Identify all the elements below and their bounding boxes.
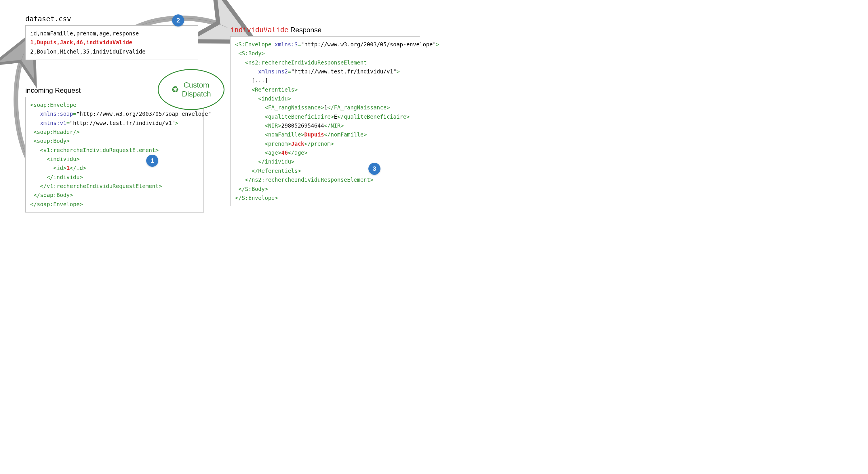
dataset-box: id,nomFamille,prenom,age,response 1,Dupu… xyxy=(25,25,198,60)
resp-rang-close: FA_rangNaissance xyxy=(334,104,386,111)
dataset-row-2: 2,Boulon,Michel,35,individuInvalide xyxy=(30,49,145,55)
req-individu-close: individu xyxy=(53,174,80,180)
dataset-row-1: 1,Dupuis,Jack,46,individuValide xyxy=(30,39,132,46)
resp-nir-close: NIR xyxy=(331,122,340,129)
response-box: <S:Envelope xmlns:S="http://www.w3.org/2… xyxy=(230,36,420,206)
req-xmlns-soap-val: "http://www.w3.org/2003/05/soap-envelope… xyxy=(76,111,211,117)
step-badge-2: 2 xyxy=(172,14,184,27)
resp-body-close: S:Body xyxy=(245,186,265,192)
step-badge-1: 1 xyxy=(146,155,158,167)
req-element-close: v1:rechercheIndividuRequestElement xyxy=(46,183,159,189)
response-title-name: individuValide xyxy=(230,26,288,34)
resp-qualite-close: qualiteBeneficiaire xyxy=(344,114,406,120)
req-element-open: v1:rechercheIndividuRequestElement xyxy=(43,147,155,153)
resp-age-close: age xyxy=(294,149,304,156)
resp-individu-close: individu xyxy=(265,158,291,165)
req-header: soap:Header xyxy=(37,129,73,135)
resp-element-open: ns2:rechercheIndividuResponseElement xyxy=(248,59,367,66)
resp-nom-val: Dupuis xyxy=(304,131,324,138)
resp-body-open: S:Body xyxy=(242,50,261,56)
resp-xmlns-s-val: "http://www.w3.org/2003/05/soap-envelope… xyxy=(301,41,436,48)
req-xmlns-soap-attr: xmlns:soap xyxy=(40,111,73,117)
resp-age-open: age xyxy=(268,149,278,156)
resp-ellipsis: [...] xyxy=(251,77,268,84)
req-id-open: id xyxy=(57,165,63,171)
resp-individu-open: individu xyxy=(261,95,288,102)
response-title: individuValide Response xyxy=(230,26,420,34)
custom-dispatch-oval: ♻ Custom Dispatch xyxy=(158,69,224,110)
resp-envelope-open: S:Envelope xyxy=(238,41,271,48)
req-xmlns-v1-val: "http://www.test.fr/individu/v1" xyxy=(70,120,175,126)
resp-qualite-val: E xyxy=(334,114,337,120)
resp-age-val: 46 xyxy=(281,149,288,156)
resp-prenom-close: prenom xyxy=(311,141,331,147)
resp-nir-val: 2980526954644 xyxy=(281,122,324,129)
req-envelope-open: soap:Envelope xyxy=(33,102,76,108)
resp-element-close: ns2:rechercheIndividuResponseElement xyxy=(251,177,370,183)
req-id-value: 1 xyxy=(66,165,70,171)
req-xmlns-v1-attr: xmlns:v1 xyxy=(40,120,66,126)
response-block: individuValide Response <S:Envelope xmln… xyxy=(230,26,420,206)
resp-nom-close: nomFamille xyxy=(331,131,364,138)
resp-referentiels-open: Referentiels xyxy=(255,86,294,93)
resp-prenom-open: prenom xyxy=(268,141,288,147)
recycle-icon: ♻ xyxy=(171,85,179,94)
resp-xmlns-ns2-attr: xmlns:ns2 xyxy=(258,68,288,75)
request-box: <soap:Envelope xmlns:soap="http://www.w3… xyxy=(25,97,204,212)
resp-envelope-close: S:Envelope xyxy=(242,195,275,201)
resp-nom-open: nomFamille xyxy=(268,131,301,138)
resp-rang-val: 1 xyxy=(324,104,327,111)
req-id-close: id xyxy=(76,165,83,171)
resp-xmlns-s-attr: xmlns:S xyxy=(275,41,298,48)
resp-referentiels-close: Referentiels xyxy=(258,168,298,174)
resp-qualite-open: qualiteBeneficiaire xyxy=(268,114,331,120)
resp-prenom-val: Jack xyxy=(291,141,305,147)
dataset-header-row: id,nomFamille,prenom,age,response xyxy=(30,30,139,36)
diagram-canvas: dataset.csv id,nomFamille,prenom,age,res… xyxy=(11,11,443,245)
req-body-open: soap:Body xyxy=(37,138,66,144)
resp-xmlns-ns2-val: "http://www.test.fr/individu/v1" xyxy=(291,68,396,75)
req-body-close: soap:Body xyxy=(40,192,70,198)
resp-nir-open: NIR xyxy=(268,122,278,129)
resp-rang-open: FA_rangNaissance xyxy=(268,104,320,111)
dispatch-label: Custom Dispatch xyxy=(182,81,211,98)
req-envelope-close: soap:Envelope xyxy=(37,201,80,207)
step-badge-3: 3 xyxy=(368,163,380,175)
response-title-suffix: Response xyxy=(288,26,321,34)
req-individu-open: individu xyxy=(50,156,76,162)
